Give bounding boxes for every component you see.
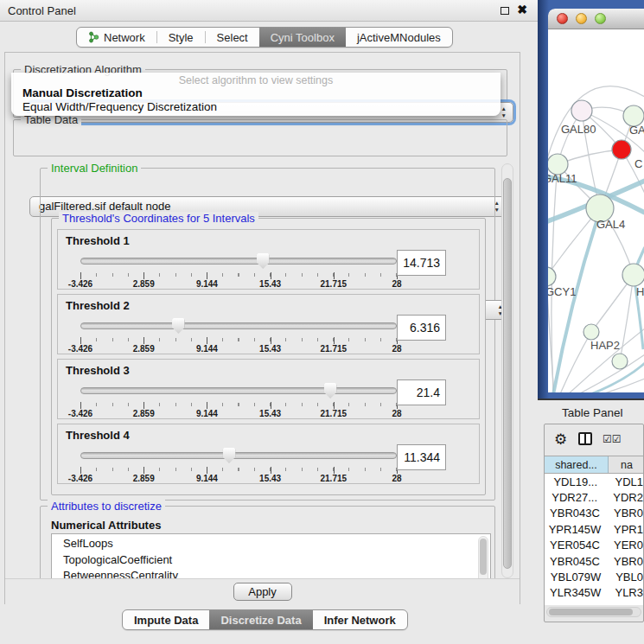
dropdown-option-manual[interactable]: Manual Discretization <box>11 86 501 100</box>
tab-select-label: Select <box>217 31 248 44</box>
slider-thumb[interactable] <box>257 253 270 269</box>
table-panel-body: ⚙ ☑☑ shared... na YDL19...YDL1YDR27...YD… <box>544 424 644 622</box>
column-header-shared[interactable]: shared... <box>545 456 609 473</box>
tab-cyni-toolbox[interactable]: Cyni Toolbox <box>259 28 346 47</box>
table-rows: YDL19...YDL1YDR27...YDR2YBR043CYBR0YPR14… <box>545 474 643 605</box>
tab-style-label: Style <box>169 31 194 44</box>
network-icon <box>88 31 99 43</box>
tab-discretize-data-label: Discretize Data <box>220 614 301 627</box>
tab-network-label: Network <box>104 31 145 44</box>
list-scrollbar-thumb[interactable] <box>480 539 487 575</box>
network-window: GAL80GACGAL11GAL4GCY1HHAP2 <box>548 9 644 393</box>
cyni-toolbox-panel: Discretization Algorithm ▲▼ Table Data g… <box>4 52 520 604</box>
network-node-label: HAP2 <box>590 339 620 352</box>
network-node[interactable] <box>612 140 631 159</box>
slider-tick-labels: -3.4262.8599.14415.4321.71528 <box>80 279 397 290</box>
column-header-name[interactable]: na <box>609 456 643 473</box>
apply-button[interactable]: Apply <box>233 583 292 601</box>
slider-tick-labels: -3.4262.8599.14415.4321.71528 <box>80 409 397 419</box>
panel-scrollbar[interactable] <box>501 163 513 578</box>
interval-definition-group: Interval Definition Number of Intervals … <box>40 168 495 501</box>
table-row[interactable]: YBL079WYBL0 <box>545 569 643 584</box>
slider-thumb[interactable] <box>223 448 236 463</box>
attributes-title: Attributes to discretize <box>48 500 165 513</box>
thresholds-title: Threshold's Coordinates for 5 Intervals <box>59 212 258 225</box>
threshold-value-field[interactable]: 21.4 <box>397 379 446 405</box>
threshold-box: Threshold 3 -3.4262.8599.14415.4321.7152… <box>57 359 480 419</box>
thresholds-group: Threshold's Coordinates for 5 Intervals … <box>51 218 486 495</box>
tab-select[interactable]: Select <box>206 28 259 47</box>
network-canvas[interactable]: GAL80GACGAL11GAL4GCY1HHAP2 <box>548 29 644 392</box>
threshold-slider[interactable]: -3.4262.8599.14415.4321.71528 <box>80 447 397 481</box>
threshold-value-field[interactable]: 14.713 <box>397 250 446 276</box>
network-node-label: GAL80 <box>561 123 596 136</box>
network-node[interactable] <box>571 100 592 121</box>
network-node-label: GAL4 <box>596 218 625 231</box>
slider-tick-labels: -3.4262.8599.14415.4321.71528 <box>80 344 397 354</box>
tab-discretize-data[interactable]: Discretize Data <box>209 610 312 629</box>
tab-infer-network[interactable]: Infer Network <box>313 610 407 629</box>
threshold-slider[interactable]: -3.4262.8599.14415.4321.71528 <box>80 252 397 287</box>
network-node[interactable] <box>548 267 556 286</box>
float-window-icon[interactable] <box>501 7 509 15</box>
tab-jactivemnodules[interactable]: jActiveMNodules <box>346 28 452 47</box>
attribute-item[interactable]: TopologicalCoefficient <box>52 552 476 569</box>
network-nodes[interactable]: GAL80GACGAL11GAL4GCY1HHAP2 <box>548 100 644 369</box>
close-traffic-light-icon[interactable] <box>557 13 568 24</box>
slider-track[interactable] <box>80 258 397 265</box>
threshold-label: Threshold 2 <box>66 299 130 312</box>
close-icon[interactable]: ✖ <box>517 3 527 16</box>
attribute-item[interactable]: SelfLoops <box>52 536 476 552</box>
threshold-list: Threshold 1 -3.4262.8599.14415.4321.7152… <box>57 229 480 488</box>
threshold-value-field[interactable]: 6.316 <box>397 315 446 341</box>
threshold-slider[interactable]: -3.4262.8599.14415.4321.71528 <box>80 317 397 352</box>
app-root: Control Panel ✖ Network <box>0 0 644 644</box>
dropdown-option-equal-width[interactable]: Equal Width/Frequency Discretization <box>11 100 501 114</box>
tab-jactivemnodules-label: jActiveMNodules <box>357 31 441 44</box>
network-node[interactable] <box>583 324 599 340</box>
table-hscrollbar-thumb[interactable] <box>549 609 633 615</box>
minimize-traffic-light-icon[interactable] <box>576 13 587 24</box>
threshold-box: Threshold 1 -3.4262.8599.14415.4321.7152… <box>57 229 480 290</box>
network-node[interactable] <box>612 354 628 369</box>
threshold-box: Threshold 4 -3.4262.8599.14415.4321.7152… <box>57 424 480 484</box>
threshold-box: Threshold 2 -3.4262.8599.14415.4321.7152… <box>57 294 480 354</box>
tab-impute-data[interactable]: Impute Data <box>123 610 209 629</box>
threshold-label: Threshold 1 <box>66 234 130 247</box>
slider-tick-labels: -3.4262.8599.14415.4321.71528 <box>80 474 397 484</box>
table-row[interactable]: YBR045CYBR0 <box>545 553 643 569</box>
settings-gear-icon[interactable]: ⚙ <box>554 430 567 449</box>
table-row[interactable]: YDL19...YDL1 <box>545 474 643 489</box>
table-panel-title: Table Panel <box>562 406 623 419</box>
table-row[interactable]: YBR043CYBR0 <box>545 506 643 521</box>
table-row[interactable]: YDR27...YDR2 <box>545 489 643 505</box>
table-row[interactable]: YER054CYER0 <box>545 538 643 553</box>
slider-ticks <box>80 337 397 344</box>
table-row[interactable]: YIL053CYIL0 <box>545 601 643 605</box>
columns-icon[interactable] <box>578 432 592 445</box>
network-node[interactable] <box>622 264 644 286</box>
threshold-label: Threshold 3 <box>66 364 130 377</box>
panel-scrollbar-thumb[interactable] <box>503 178 512 569</box>
table-hscrollbar[interactable] <box>546 607 641 617</box>
slider-ticks <box>80 402 397 409</box>
slider-track[interactable] <box>80 322 397 329</box>
dropdown-hint: Select algorithm to view settings <box>11 73 501 86</box>
network-window-titlebar[interactable] <box>548 9 644 29</box>
network-node-label: GCY1 <box>548 285 576 298</box>
threshold-value-field[interactable]: 11.344 <box>397 444 446 470</box>
apply-bar: Apply <box>5 578 520 604</box>
table-row[interactable]: YPR145WYPR1 <box>545 521 643 537</box>
threshold-label: Threshold 4 <box>66 429 130 442</box>
table-row[interactable]: YLR345WYLR3 <box>545 585 643 601</box>
slider-track[interactable] <box>80 452 397 459</box>
tab-network[interactable]: Network <box>77 28 156 47</box>
zoom-traffic-light-icon[interactable] <box>595 13 606 24</box>
tab-style[interactable]: Style <box>157 28 205 47</box>
slider-thumb[interactable] <box>172 318 185 334</box>
slider-ticks <box>80 272 397 279</box>
threshold-slider[interactable]: -3.4262.8599.14415.4321.71528 <box>80 382 397 417</box>
slider-track[interactable] <box>80 387 397 394</box>
slider-thumb[interactable] <box>324 383 337 399</box>
select-columns-checkboxes-icon[interactable]: ☑☑ <box>603 433 622 445</box>
